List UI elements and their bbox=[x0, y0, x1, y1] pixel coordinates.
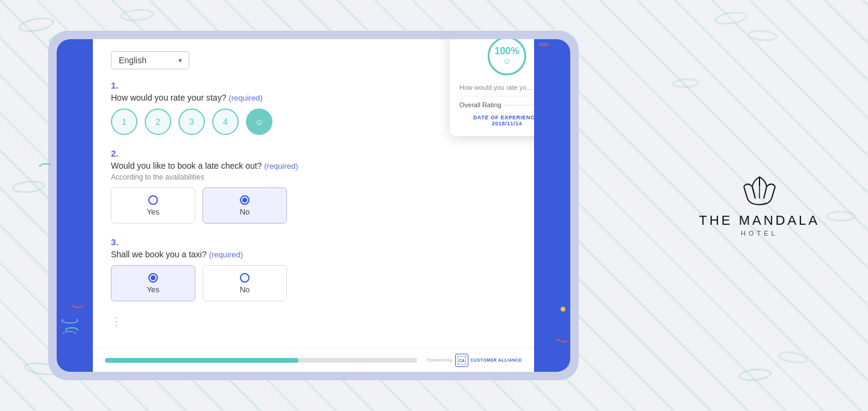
hotel-sub: HOTEL bbox=[699, 230, 820, 237]
question-3-text: Shall we book you a taxi? (required) bbox=[111, 249, 516, 259]
svg-text:CA: CA bbox=[459, 359, 465, 363]
radio-dot-yes-3 bbox=[148, 273, 158, 283]
right-side-panel bbox=[534, 39, 570, 372]
no-label: No bbox=[240, 207, 250, 216]
review-date: DATE OF EXPERIENCE: 2018/11/14 bbox=[459, 115, 534, 127]
review-score-pct: 100% bbox=[495, 46, 520, 56]
powered-by: Powered by CA CUSTOMER ALLIANCE bbox=[427, 354, 522, 367]
question-3-yn-row: Yes No bbox=[111, 265, 516, 301]
review-row1-label: How would you rate yo... bbox=[459, 84, 532, 91]
review-overall-row: Overall Rating 5 bbox=[459, 101, 534, 108]
review-overall-dots bbox=[504, 105, 534, 105]
review-score-circle: 100% ☺ bbox=[488, 39, 526, 75]
language-select-container[interactable]: English Deutsch Français Español ▼ bbox=[111, 51, 189, 69]
question-2-no-btn[interactable]: No bbox=[203, 187, 287, 224]
panel-deco-red bbox=[555, 337, 567, 342]
question-2-text: Would you like to book a late check out?… bbox=[111, 161, 516, 171]
question-3-block: 3. Shall we book you a taxi? (required) … bbox=[111, 237, 516, 301]
yes-label: Yes bbox=[146, 207, 159, 216]
left-side-panel bbox=[57, 39, 93, 372]
rating-2[interactable]: 2 bbox=[145, 108, 171, 135]
survey-card-inner: English Deutsch Français Español ▼ 1. Ho… bbox=[57, 39, 570, 372]
question-2-block: 2. Would you like to book a late check o… bbox=[111, 148, 516, 224]
panel-deco bbox=[63, 331, 76, 336]
question-3-yes-btn[interactable]: Yes bbox=[111, 265, 195, 301]
question-2-sub: According to the availabilities bbox=[111, 173, 516, 181]
language-select[interactable]: English Deutsch Français Español bbox=[111, 51, 189, 69]
survey-main-content: English Deutsch Français Español ▼ 1. Ho… bbox=[93, 39, 534, 372]
progress-bar-track bbox=[105, 358, 417, 363]
survey-card-outer: English Deutsch Français Español ▼ 1. Ho… bbox=[48, 31, 579, 380]
panel-deco-yellow bbox=[561, 307, 565, 312]
question-2-yn-row: Yes No bbox=[111, 187, 516, 224]
hotel-name: THE MANDALA bbox=[699, 213, 820, 228]
brand-name: CUSTOMER ALLIANCE bbox=[471, 358, 523, 362]
review-row-1: How would you rate yo... 5 bbox=[459, 84, 534, 91]
question-2-yes-btn[interactable]: Yes bbox=[111, 187, 195, 224]
ellipsis: ⋮ bbox=[111, 315, 516, 328]
question-3-number: 3. bbox=[111, 237, 516, 247]
review-overall-label: Overall Rating bbox=[459, 101, 502, 108]
yellow-dot bbox=[561, 307, 565, 312]
question-3-no-btn[interactable]: No bbox=[203, 265, 287, 301]
green-wave-left bbox=[39, 163, 52, 168]
rating-5[interactable]: ☺ bbox=[246, 108, 272, 135]
rating-3[interactable]: 3 bbox=[178, 108, 205, 135]
radio-dot-yes bbox=[148, 195, 158, 205]
hotel-logo-area: THE MANDALA HOTEL bbox=[699, 174, 820, 237]
rating-1[interactable]: 1 bbox=[111, 108, 137, 135]
radio-dot-no bbox=[240, 195, 250, 205]
customer-alliance-logo: CA bbox=[455, 354, 468, 367]
ca-icon: CA bbox=[458, 356, 466, 365]
red-wave bbox=[555, 336, 567, 344]
mandala-logo-icon bbox=[735, 174, 784, 210]
review-card: 100% ☺ How would you rate yo... 5 Overal… bbox=[450, 39, 534, 136]
rating-4[interactable]: 4 bbox=[212, 108, 239, 135]
panel-deco bbox=[61, 318, 78, 324]
yes-label-3: Yes bbox=[146, 285, 159, 294]
no-label-3: No bbox=[240, 285, 250, 294]
left-green-deco bbox=[39, 163, 52, 168]
question-2-number: 2. bbox=[111, 148, 516, 158]
progress-area: Powered by CA CUSTOMER ALLIANCE bbox=[93, 348, 534, 372]
review-smiley: ☺ bbox=[503, 56, 511, 66]
page-wrapper: English Deutsch Français Español ▼ 1. Ho… bbox=[0, 0, 868, 411]
review-divider bbox=[459, 96, 534, 96]
radio-dot-no-3 bbox=[240, 273, 250, 283]
progress-bar-fill bbox=[105, 358, 298, 363]
